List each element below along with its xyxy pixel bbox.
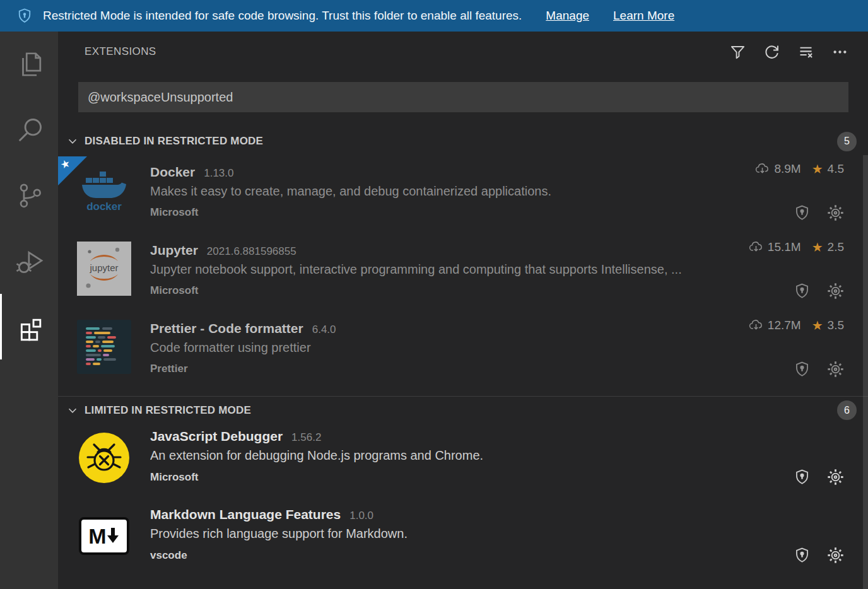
- extension-version: 1.0.0: [349, 510, 373, 522]
- refresh-icon: [763, 44, 780, 61]
- extension-name: Jupyter: [150, 243, 198, 258]
- filter-icon: [729, 44, 746, 61]
- extension-publisher: vscode: [150, 549, 187, 562]
- activity-extensions[interactable]: [0, 294, 58, 359]
- scrollbar[interactable]: [863, 155, 868, 589]
- install-count: 8.9M: [774, 162, 801, 176]
- extension-version: 1.56.2: [291, 431, 321, 444]
- search-icon: [16, 115, 45, 144]
- learn-more-link[interactable]: Learn More: [613, 9, 674, 23]
- manage-gear-icon[interactable]: [827, 361, 844, 378]
- extension-row-markdown[interactable]: M Markdown Language Features 1.0.0: [58, 502, 868, 580]
- extension-actions: [794, 204, 844, 221]
- extension-publisher: Microsoft: [150, 284, 199, 297]
- extensions-search-input[interactable]: [78, 82, 848, 112]
- extensions-icon: [16, 312, 45, 341]
- extension-publisher: Microsoft: [150, 206, 199, 219]
- extension-actions: [794, 283, 844, 300]
- extension-name: JavaScript Debugger: [150, 429, 283, 444]
- debug-icon: [16, 247, 45, 276]
- manage-gear-icon[interactable]: [827, 204, 844, 221]
- workspace-trust-icon[interactable]: [794, 361, 811, 378]
- extension-stats: 12.7M ★ 3.5: [749, 318, 844, 333]
- manage-gear-icon[interactable]: [827, 469, 844, 486]
- chevron-down-icon: [66, 404, 79, 417]
- extension-row-prettier[interactable]: Prettier - Code formatter 6.4.0 12.7M ★ …: [58, 313, 868, 391]
- rating-star-icon: ★: [812, 240, 823, 255]
- markdown-down-arrow-icon: [106, 527, 120, 545]
- section-disabled-header[interactable]: DISABLED IN RESTRICTED MODE 5: [58, 126, 868, 156]
- activity-run-debug[interactable]: [0, 228, 58, 294]
- activity-bar: [0, 32, 58, 589]
- extension-description: Makes it easy to create, manage, and deb…: [150, 184, 844, 199]
- rating-star-icon: ★: [812, 161, 823, 177]
- banner-message: Restricted Mode is intended for safe cod…: [43, 9, 522, 23]
- extension-description: Provides rich language support for Markd…: [150, 527, 844, 541]
- extension-row-docker[interactable]: ★ docker: [58, 156, 868, 235]
- clear-extension-filters-button[interactable]: [796, 42, 815, 61]
- rating-value: 2.5: [828, 240, 844, 254]
- workspace-trust-icon[interactable]: [794, 204, 811, 221]
- jupyter-logo: jupyter: [77, 242, 131, 296]
- rating-value: 3.5: [828, 318, 844, 332]
- install-count: 15.1M: [768, 240, 801, 254]
- section-limited: LIMITED IN RESTRICTED MODE 6: [58, 396, 868, 580]
- ribbon-star-icon: ★: [59, 156, 72, 172]
- manage-link[interactable]: Manage: [546, 9, 589, 23]
- activity-source-control[interactable]: [0, 163, 58, 228]
- sidebar-title: EXTENSIONS: [85, 45, 156, 58]
- extension-version: 1.13.0: [204, 167, 233, 180]
- section-label: DISABLED IN RESTRICTED MODE: [85, 135, 263, 148]
- activity-search[interactable]: [0, 97, 58, 163]
- files-icon: [16, 50, 45, 79]
- install-count-icon: [749, 240, 763, 255]
- activity-explorer[interactable]: [0, 32, 58, 97]
- extension-actions: [794, 361, 844, 378]
- jupyter-logo-text: jupyter: [89, 262, 118, 273]
- workspace-trust-icon[interactable]: [794, 283, 811, 300]
- section-disabled: DISABLED IN RESTRICTED MODE 5 ★: [58, 126, 868, 391]
- install-count-icon: [749, 318, 763, 333]
- extension-name: Prettier - Code formatter: [150, 321, 303, 336]
- restricted-mode-banner: Restricted Mode is intended for safe cod…: [0, 0, 868, 32]
- more-actions-button[interactable]: [830, 42, 849, 61]
- refresh-button[interactable]: [762, 42, 781, 61]
- extension-description: Code formatter using prettier: [150, 341, 844, 355]
- extension-version: 2021.6.881596855: [207, 245, 296, 258]
- rating-star-icon: ★: [812, 318, 823, 333]
- install-count-icon: [755, 162, 770, 177]
- section-limited-header[interactable]: LIMITED IN RESTRICTED MODE 6: [58, 396, 868, 424]
- extension-row-js-debugger[interactable]: JavaScript Debugger 1.56.2 An extension …: [58, 424, 868, 502]
- filter-button[interactable]: [728, 42, 747, 61]
- manage-gear-icon[interactable]: [827, 547, 844, 564]
- markdown-logo-text: M: [88, 524, 105, 549]
- sidebar-header: EXTENSIONS: [58, 32, 868, 72]
- branch-icon: [16, 181, 45, 210]
- docker-logo: docker: [77, 163, 131, 218]
- rating-value: 4.5: [828, 162, 844, 176]
- docker-logo-text: docker: [86, 201, 122, 213]
- extension-description: An extension for debugging Node.js progr…: [150, 448, 844, 463]
- prettier-logo: [77, 320, 131, 374]
- clear-extension-filters-icon: [797, 44, 814, 61]
- extension-stats: 8.9M ★ 4.5: [755, 161, 844, 177]
- extensions-sidebar: EXTENSIONS: [58, 32, 868, 589]
- chevron-down-icon: [66, 134, 79, 148]
- extension-actions: [794, 469, 844, 486]
- count-badge: 6: [837, 400, 857, 420]
- manage-gear-icon[interactable]: [827, 283, 844, 300]
- extension-description: Jupyter notebook support, interactive pr…: [150, 262, 844, 277]
- install-count: 12.7M: [768, 318, 801, 332]
- workspace-trust-icon[interactable]: [794, 547, 811, 564]
- workspace-trust-icon[interactable]: [794, 469, 811, 486]
- extensions-search: [78, 82, 848, 112]
- count-badge: 5: [837, 132, 857, 151]
- extension-actions: [794, 547, 844, 564]
- markdown-logo: M: [77, 509, 131, 563]
- sidebar-toolbar: [728, 42, 849, 61]
- extension-name: Markdown Language Features: [150, 507, 341, 522]
- extension-stats: 15.1M ★ 2.5: [749, 240, 844, 255]
- extension-publisher: Microsoft: [150, 471, 199, 484]
- extension-row-jupyter[interactable]: jupyter Jupyter 2021.6.881596855: [58, 235, 868, 313]
- extension-publisher: Prettier: [150, 363, 188, 375]
